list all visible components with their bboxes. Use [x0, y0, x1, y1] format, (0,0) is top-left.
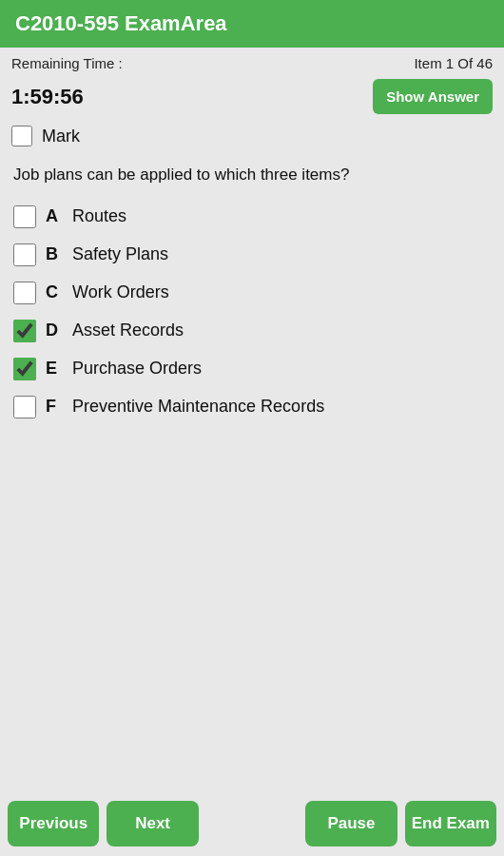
next-button[interactable]: Next — [107, 801, 198, 846]
option-text-c: Work Orders — [72, 282, 169, 302]
timer-value: 1:59:56 — [11, 85, 84, 109]
info-bar: Remaining Time : Item 1 Of 46 — [0, 48, 504, 75]
timer-row: 1:59:56 Show Answer — [0, 75, 504, 122]
option-text-b: Safety Plans — [72, 244, 168, 264]
option-checkbox-a[interactable] — [13, 205, 36, 228]
option-text-a: Routes — [72, 206, 126, 226]
question-text: Job plans can be applied to which three … — [0, 156, 504, 200]
bottom-nav: Previous Next Pause End Exam — [0, 791, 504, 856]
option-letter-b: B — [46, 244, 63, 264]
end-exam-button[interactable]: End Exam — [405, 801, 496, 846]
option-checkbox-e[interactable] — [13, 358, 36, 380]
spacer — [0, 424, 504, 791]
option-item-a[interactable]: ARoutes — [10, 200, 494, 234]
item-label: Item 1 Of 46 — [414, 55, 493, 71]
option-item-f[interactable]: FPreventive Maintenance Records — [10, 390, 494, 424]
option-letter-a: A — [46, 206, 63, 226]
option-checkbox-d[interactable] — [13, 320, 36, 342]
option-item-b[interactable]: BSafety Plans — [10, 238, 494, 272]
mark-checkbox[interactable] — [11, 126, 32, 146]
option-text-f: Preventive Maintenance Records — [72, 397, 324, 417]
mark-row: Mark — [0, 122, 504, 156]
option-item-c[interactable]: CWork Orders — [10, 276, 494, 310]
option-letter-c: C — [46, 282, 63, 302]
option-item-e[interactable]: EPurchase Orders — [10, 352, 494, 386]
option-letter-e: E — [46, 359, 63, 379]
option-text-e: Purchase Orders — [72, 359, 202, 379]
option-letter-f: F — [46, 397, 63, 417]
previous-button[interactable]: Previous — [8, 801, 99, 846]
option-checkbox-b[interactable] — [13, 243, 36, 266]
show-answer-button[interactable]: Show Answer — [373, 79, 493, 114]
pause-button[interactable]: Pause — [305, 801, 397, 846]
option-checkbox-c[interactable] — [13, 282, 36, 304]
app-header: C2010-595 ExamArea — [0, 0, 504, 48]
app-title: C2010-595 ExamArea — [15, 11, 227, 35]
option-letter-d: D — [46, 321, 63, 340]
option-text-d: Asset Records — [72, 321, 184, 340]
remaining-time-label: Remaining Time : — [11, 55, 123, 71]
nav-spacer — [206, 801, 298, 846]
options-list: ARoutesBSafety PlansCWork OrdersDAsset R… — [0, 200, 504, 424]
option-item-d[interactable]: DAsset Records — [10, 314, 494, 348]
option-checkbox-f[interactable] — [13, 396, 36, 418]
mark-label: Mark — [42, 126, 80, 146]
